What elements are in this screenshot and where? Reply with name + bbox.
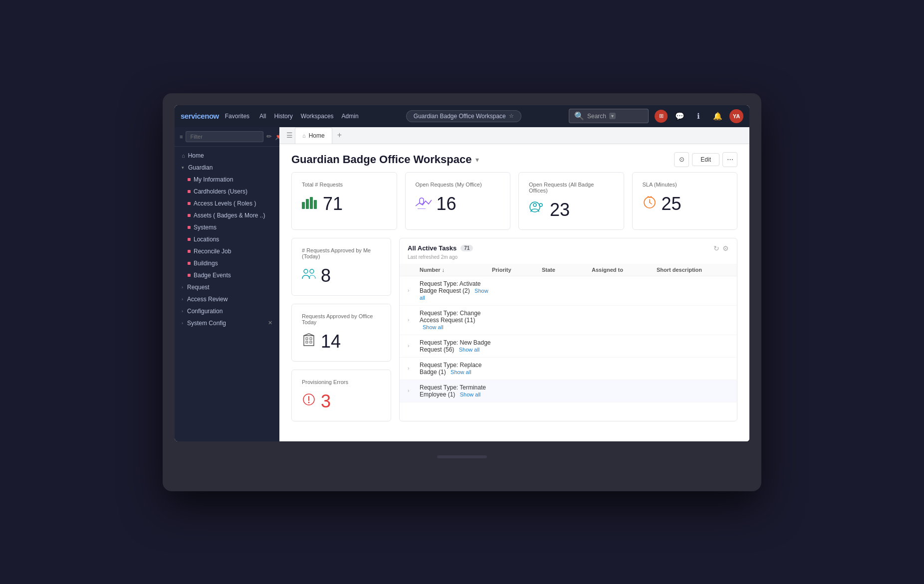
col-header-number[interactable]: Number ↓ bbox=[420, 267, 492, 273]
sidebar-item-buildings[interactable]: Buildings bbox=[175, 257, 279, 269]
sidebar-item-system-config[interactable]: › System Config ✕ bbox=[175, 317, 279, 329]
user-avatar[interactable]: YA bbox=[729, 109, 743, 123]
svg-point-14 bbox=[310, 269, 314, 273]
tasks-panel: All Active Tasks 71 ↻ ⚙ Las bbox=[399, 238, 737, 421]
edit-button[interactable]: Edit bbox=[692, 153, 719, 166]
dot-icon bbox=[188, 202, 191, 205]
help-icon[interactable]: ℹ bbox=[692, 109, 705, 123]
search-text: Search bbox=[587, 113, 606, 120]
task-row-0[interactable]: › Request Type: Activate Badge Request (… bbox=[400, 276, 737, 306]
tasks-count-badge: 71 bbox=[461, 245, 473, 251]
chat-icon[interactable]: 💬 bbox=[673, 109, 687, 123]
stat-card-total-requests: Total # Requests bbox=[291, 172, 397, 230]
stat-value-row: 25 bbox=[643, 194, 727, 214]
stat-value-row: 3 bbox=[302, 391, 381, 412]
sidebar-item-configuration[interactable]: › Configuration bbox=[175, 305, 279, 317]
task-row-1[interactable]: › Request Type: Change Access Request (1… bbox=[400, 306, 737, 335]
sidebar-item-systems[interactable]: Systems bbox=[175, 221, 279, 233]
task-label: Request Type: Terminate Employee (1) Sho… bbox=[420, 384, 492, 398]
show-all-link[interactable]: Show all bbox=[451, 369, 471, 375]
sidebar-item-label: Systems bbox=[194, 224, 217, 231]
dashboard-grid: Total # Requests bbox=[279, 172, 749, 441]
svg-point-24 bbox=[308, 402, 310, 403]
col-header-description: Short description bbox=[657, 267, 729, 273]
stat-value: 16 bbox=[437, 194, 457, 214]
dot-icon bbox=[188, 238, 191, 241]
sidebar-item-assets[interactable]: Assets ( Badges & More ..) bbox=[175, 209, 279, 221]
sidebar-item-access-levels[interactable]: Access Levels ( Roles ) bbox=[175, 197, 279, 209]
tasks-header: All Active Tasks 71 ↻ ⚙ bbox=[400, 238, 737, 254]
stat-value: 25 bbox=[662, 194, 682, 214]
sidebar-filter-input[interactable] bbox=[186, 131, 263, 142]
tasks-settings-icon[interactable]: ⚙ bbox=[722, 244, 729, 252]
nav-workspaces[interactable]: Workspaces bbox=[301, 113, 334, 120]
row-expand-icon[interactable]: › bbox=[408, 366, 420, 371]
nav-all[interactable]: All bbox=[259, 113, 266, 120]
more-options-button[interactable]: ⋯ bbox=[722, 152, 737, 167]
stat-value: 71 bbox=[323, 194, 343, 214]
row-expand-icon[interactable]: › bbox=[408, 343, 420, 349]
row-expand-icon[interactable]: › bbox=[408, 288, 420, 293]
laptop-screen: servicenow Favorites All History Workspa… bbox=[175, 105, 749, 441]
nav-admin[interactable]: Admin bbox=[342, 113, 359, 120]
show-all-link[interactable]: Show all bbox=[460, 391, 481, 397]
sidebar-toggle-icon[interactable]: ☰ bbox=[284, 131, 295, 139]
stat-label: Open Requests (All Badge Offices) bbox=[529, 182, 614, 194]
row-expand-icon[interactable]: › bbox=[408, 388, 420, 393]
stat-value: 23 bbox=[550, 199, 570, 220]
access-review-chevron-icon: › bbox=[182, 297, 183, 302]
workspace-pill[interactable]: Guardian Badge Office Workspace ☆ bbox=[406, 110, 521, 122]
task-row-2[interactable]: › Request Type: New Badge Request (56) S… bbox=[400, 335, 737, 358]
show-all-link[interactable]: Show all bbox=[423, 324, 444, 330]
search-bar[interactable]: 🔍 Search ▾ bbox=[569, 109, 649, 123]
building-icon bbox=[302, 333, 316, 350]
row-expand-icon[interactable]: › bbox=[408, 317, 420, 323]
sidebar-item-reconcile-job[interactable]: Reconcile Job bbox=[175, 245, 279, 257]
sidebar-item-request[interactable]: › Request bbox=[175, 281, 279, 293]
bell-icon[interactable]: 🔔 bbox=[710, 109, 724, 123]
task-row-4[interactable]: › Request Type: Terminate Employee (1) S… bbox=[400, 380, 737, 402]
task-label: Request Type: New Badge Request (56) Sho… bbox=[420, 339, 492, 353]
stat-value-row: 14 bbox=[302, 331, 381, 352]
sidebar-item-locations[interactable]: Locations bbox=[175, 233, 279, 245]
tab-bar: ☰ ⌂ Home + bbox=[279, 127, 749, 144]
error-icon bbox=[302, 392, 316, 410]
svg-rect-17 bbox=[310, 338, 312, 340]
sidebar-item-label: My Information bbox=[194, 176, 233, 183]
page-title: Guardian Badge Office Workspace bbox=[291, 153, 471, 166]
stat-card-approved-office: Requests Approved by Office Today bbox=[291, 304, 391, 362]
nav-history[interactable]: History bbox=[274, 113, 292, 120]
tasks-refresh-icon[interactable]: ↻ bbox=[713, 244, 719, 252]
task-row-3[interactable]: › Request Type: Replace Badge (1) Show a… bbox=[400, 358, 737, 380]
app-icon[interactable]: ⊞ bbox=[655, 110, 668, 123]
task-label: Request Type: Change Access Request (11)… bbox=[420, 310, 492, 331]
svg-rect-18 bbox=[306, 341, 308, 343]
sidebar-item-home[interactable]: ⌂ Home bbox=[175, 150, 279, 162]
svg-point-13 bbox=[304, 269, 308, 273]
tab-home[interactable]: ⌂ Home bbox=[295, 127, 332, 144]
sidebar-item-cardholders[interactable]: Cardholders (Users) bbox=[175, 186, 279, 197]
stat-card-approved-me: # Requests Approved by Me (Today) bbox=[291, 238, 391, 296]
svg-rect-3 bbox=[314, 200, 317, 209]
dot-icon bbox=[188, 250, 191, 253]
restore-button[interactable]: ⊙ bbox=[674, 152, 689, 167]
show-all-link[interactable]: Show all bbox=[459, 347, 480, 353]
content-header: Guardian Badge Office Workspace ▾ ⊙ Edit… bbox=[279, 144, 749, 172]
svg-rect-2 bbox=[310, 197, 313, 209]
header-actions: ⊙ Edit ⋯ bbox=[674, 152, 737, 167]
title-chevron-icon[interactable]: ▾ bbox=[475, 156, 479, 164]
close-icon[interactable]: ✕ bbox=[268, 320, 272, 326]
col-header-expand bbox=[408, 267, 420, 273]
sidebar-item-access-review[interactable]: › Access Review bbox=[175, 293, 279, 305]
tab-add-button[interactable]: + bbox=[333, 131, 346, 140]
sidebar-item-label: Locations bbox=[194, 236, 219, 243]
sidebar-item-guardian[interactable]: ▾ Guardian bbox=[175, 162, 279, 174]
sidebar-item-my-information[interactable]: My Information bbox=[175, 174, 279, 186]
sidebar-edit-icon[interactable]: ✏ bbox=[266, 131, 272, 142]
dot-icon bbox=[188, 262, 191, 265]
sidebar-item-label: Buildings bbox=[194, 260, 218, 267]
sidebar-item-badge-events[interactable]: Badge Events bbox=[175, 269, 279, 281]
stat-card-open-my-office: Open Requests (My Office) bbox=[405, 172, 511, 230]
nav-favorites[interactable]: Favorites bbox=[225, 113, 249, 120]
home-icon: ⌂ bbox=[182, 153, 185, 159]
